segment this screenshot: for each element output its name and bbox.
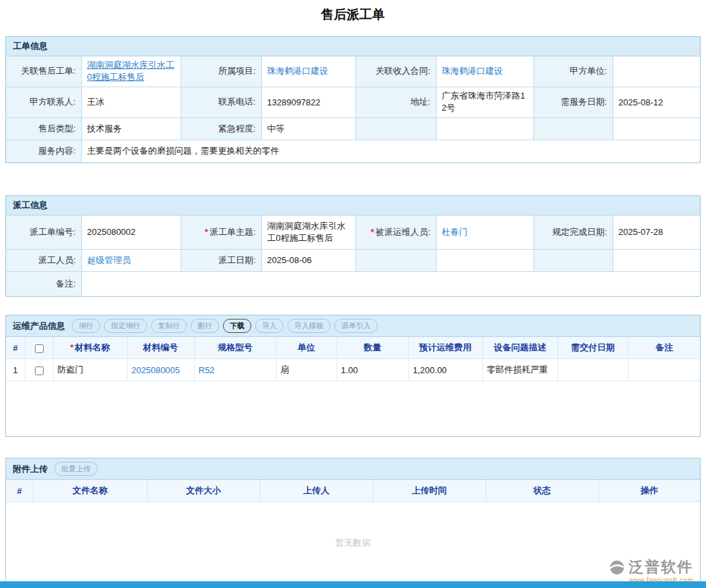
attachments-panel-header: 附件上传 批量上传 xyxy=(6,458,700,480)
related-order-link[interactable]: 湖南洞庭湖水库引水工0程施工标售后 xyxy=(87,60,175,82)
insert-row-button[interactable]: 指定增行 xyxy=(104,319,147,333)
service-date-value: 2025-08-12 xyxy=(613,87,700,117)
work-order-panel-header: 工单信息 xyxy=(6,37,700,56)
batch-upload-button[interactable]: 批量上传 xyxy=(54,462,97,476)
col-header-material-name: *材料名称 xyxy=(53,337,127,359)
add-row-button[interactable]: 增行 xyxy=(72,319,100,333)
dispatch-subject-value: 湖南洞庭湖水库引水工0程施工标售后 xyxy=(261,215,355,249)
col-header-issue: 设备问题描述 xyxy=(482,337,558,359)
col-header-quantity: 数量 xyxy=(337,337,408,359)
address-value: 广东省珠海市菏泽路12号 xyxy=(436,87,533,117)
empty-value-cell xyxy=(613,249,700,271)
dispatch-subject-label: *派工单主题: xyxy=(181,215,261,249)
bottom-scrollbar[interactable] xyxy=(0,581,706,588)
phone-value: 13289097822 xyxy=(261,87,355,117)
col-header-actions: 操作 xyxy=(599,480,700,502)
row-index: 1 xyxy=(6,359,25,381)
required-mark: * xyxy=(205,227,208,237)
col-header-material-code: 材料编号 xyxy=(127,337,194,359)
assignee-label: *被派运维人员: xyxy=(355,215,436,249)
contact-label: 甲方联系人: xyxy=(6,87,81,117)
col-header-remark: 备注 xyxy=(628,337,700,359)
dispatch-date-value: 2025-08-06 xyxy=(261,249,355,271)
import-template-button[interactable]: 导入模板 xyxy=(288,319,330,333)
dispatch-form: 派工单编号: 2025080002 *派工单主题: 湖南洞庭湖水库引水工0程施工… xyxy=(6,215,700,296)
service-type-value: 技术服务 xyxy=(81,117,181,140)
delete-row-button[interactable]: 删行 xyxy=(191,319,219,333)
row-checkbox[interactable] xyxy=(35,366,44,375)
col-header-file-name: 文件名称 xyxy=(33,480,147,502)
col-header-model: 规格型号 xyxy=(194,337,276,359)
service-content-label: 服务内容: xyxy=(6,140,81,162)
products-table: # *材料名称 材料编号 规格型号 单位 数量 预计运维费用 设备问题描述 需交… xyxy=(6,337,700,381)
dispatch-panel: 派工信息 派工单编号: 2025080002 *派工单主题: 湖南洞庭湖水库引水… xyxy=(5,195,701,297)
products-panel: 运维产品信息 增行 指定增行 复制行 删行 下载 导入 导入模板 源单引入 # … xyxy=(5,315,701,437)
table-row: 1 防盗门 2025080005 R52 扇 1.00 1,200.00 零部件… xyxy=(6,359,700,381)
col-header-uploader: 上传人 xyxy=(260,480,373,502)
row-issue: 零部件损耗严重 xyxy=(482,359,558,381)
related-order-label: 关联售后工单: xyxy=(6,56,81,87)
col-header-upload-time: 上传时间 xyxy=(373,480,486,502)
row-quantity: 1.00 xyxy=(337,359,408,381)
page-title: 售后派工单 xyxy=(5,6,701,23)
col-header-cost: 预计运维费用 xyxy=(408,337,482,359)
phone-label: 联系电话: xyxy=(181,87,261,117)
party-a-label: 甲方单位: xyxy=(533,56,613,87)
contact-value: 王冰 xyxy=(81,87,181,117)
project-link[interactable]: 珠海鹤港口建设 xyxy=(267,66,328,76)
import-button[interactable]: 导入 xyxy=(255,319,283,333)
urgency-label: 紧急程度: xyxy=(181,117,261,140)
dispatch-remark-label: 备注: xyxy=(6,271,81,296)
assignee-link[interactable]: 杜春门 xyxy=(442,227,468,237)
row-model-link[interactable]: R52 xyxy=(199,365,215,375)
urgency-value: 中等 xyxy=(261,117,355,140)
fanpu-watermark-row: 泛普软件 xyxy=(609,557,693,577)
fanpu-watermark: 泛普软件 www.fanpusoft.com xyxy=(609,557,693,584)
attachments-table: # 文件名称 文件大小 上传人 上传时间 状态 操作 xyxy=(6,480,700,502)
income-contract-label: 关联收入合同: xyxy=(355,56,436,87)
attachments-empty-area: 暂无数据 泛普软件 www.fanpusoft.com xyxy=(6,502,700,587)
row-unit: 扇 xyxy=(276,359,337,381)
row-material-name: 防盗门 xyxy=(53,359,127,381)
service-date-label: 需服务日期: xyxy=(533,87,613,117)
income-contract-link[interactable]: 珠海鹤港口建设 xyxy=(442,66,503,76)
service-content-value: 主要是两个设备的磨损问题，需要更换相关的零件 xyxy=(81,140,700,162)
dispatcher-link[interactable]: 超级管理员 xyxy=(87,255,131,265)
row-material-code-link[interactable]: 2025080005 xyxy=(132,365,180,375)
fanpu-brand-name: 泛普软件 xyxy=(629,557,693,577)
empty-label-cell xyxy=(355,249,436,271)
address-label: 地址: xyxy=(355,87,436,117)
project-label: 所属项目: xyxy=(181,56,261,87)
source-import-button[interactable]: 源单引入 xyxy=(335,319,378,333)
dispatch-panel-header: 派工信息 xyxy=(6,196,700,215)
deadline-label: 规定完成日期: xyxy=(533,215,613,249)
copy-row-button[interactable]: 复制行 xyxy=(151,319,187,333)
no-data-text: 暂无数据 xyxy=(6,502,700,549)
attachments-panel: 附件上传 批量上传 # 文件名称 文件大小 上传人 上传时间 状态 操作 xyxy=(5,458,701,587)
dispatch-no-label: 派工单编号: xyxy=(6,215,81,249)
empty-value-cell xyxy=(613,117,700,140)
products-section-title: 运维产品信息 xyxy=(13,320,65,332)
select-all-checkbox[interactable] xyxy=(35,344,44,353)
row-cost: 1,200.00 xyxy=(408,359,482,381)
col-header-status: 状态 xyxy=(486,480,599,502)
download-button[interactable]: 下载 xyxy=(223,319,251,333)
fanpu-logo-icon xyxy=(609,559,625,576)
page: 售后派工单 工单信息 关联售后工单: 湖南洞庭湖水库引水工0程施工标售后 所属项… xyxy=(0,6,706,587)
deadline-value: 2025-07-28 xyxy=(613,215,700,249)
col-header-material-name-text: 材料名称 xyxy=(75,342,110,352)
assignee-label-text: 被派运维人员: xyxy=(376,227,431,237)
dispatcher-label: 派工人员: xyxy=(6,249,81,271)
row-checkbox-cell xyxy=(25,359,53,381)
row-delivery-date xyxy=(558,359,628,381)
empty-label-cell xyxy=(533,249,613,271)
empty-value-cell xyxy=(436,249,533,271)
work-order-form: 关联售后工单: 湖南洞庭湖水库引水工0程施工标售后 所属项目: 珠海鹤港口建设 … xyxy=(6,56,700,162)
dispatch-section-title: 派工信息 xyxy=(13,199,48,211)
dispatch-no-value: 2025080002 xyxy=(81,215,181,249)
products-empty-space xyxy=(6,381,700,436)
work-order-panel: 工单信息 关联售后工单: 湖南洞庭湖水库引水工0程施工标售后 所属项目: 珠海鹤… xyxy=(5,36,701,163)
col-header-checkbox xyxy=(25,337,53,359)
dispatch-subject-label-text: 派工单主题: xyxy=(210,227,256,237)
col-header-index: # xyxy=(6,337,25,359)
